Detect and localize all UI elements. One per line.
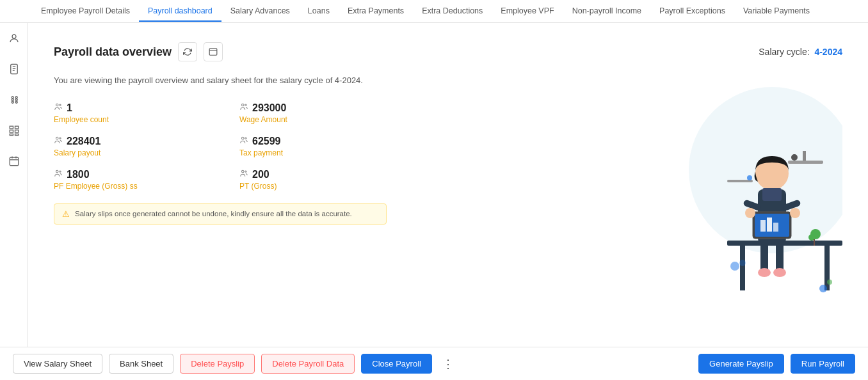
tab-variable-payments[interactable]: Variable Payments <box>734 1 819 22</box>
tab-extra-deductions[interactable]: Extra Deductions <box>413 1 492 22</box>
svg-point-25 <box>242 104 245 106</box>
sidebar-calendar-icon[interactable] <box>5 152 23 170</box>
stat-value: 293000 <box>252 102 286 114</box>
svg-rect-14 <box>15 130 18 132</box>
svg-point-29 <box>242 137 245 139</box>
salary-cycle: Salary cycle: 4-2024 <box>759 47 842 57</box>
employee-count-icon <box>54 102 63 113</box>
stat-item: 228401Salary payout <box>54 136 201 157</box>
view-salary-sheet-button[interactable]: View Salary Sheet <box>13 354 102 374</box>
employee-count-icon <box>239 169 248 180</box>
more-options-button[interactable]: ⋮ <box>438 354 458 374</box>
run-payroll-button[interactable]: Run Payroll <box>791 354 855 374</box>
tab-non-payroll-income[interactable]: Non-payroll Income <box>563 1 650 22</box>
stat-label: Wage Amount <box>239 115 387 124</box>
sidebar-document-icon[interactable] <box>5 60 23 78</box>
svg-rect-41 <box>776 241 784 273</box>
warning-box: ⚠ Salary slips once generated cannot be … <box>54 203 387 225</box>
svg-rect-13 <box>10 130 13 132</box>
tab-extra-payments[interactable]: Extra Payments <box>339 1 413 22</box>
sidebar-chart-icon[interactable] <box>5 91 23 109</box>
svg-rect-48 <box>760 220 766 232</box>
svg-rect-12 <box>15 126 18 129</box>
svg-point-27 <box>56 137 59 139</box>
stats-grid: 1Employee count293000Wage Amount228401Sa… <box>54 102 387 191</box>
employee-count-icon <box>239 136 248 146</box>
svg-rect-45 <box>762 188 782 201</box>
tab-loans[interactable]: Loans <box>299 1 339 22</box>
svg-rect-37 <box>740 246 745 290</box>
svg-rect-62 <box>788 161 823 164</box>
delete-payroll-data-button[interactable]: Delete Payroll Data <box>261 354 355 374</box>
svg-point-31 <box>56 170 59 173</box>
tab-employee-vpf[interactable]: Employee VPF <box>492 1 563 22</box>
main-layout: Payroll data overview Salary cycle: 4-20… <box>0 23 868 347</box>
svg-point-10 <box>15 101 17 103</box>
svg-point-58 <box>730 262 739 271</box>
sidebar-person-icon[interactable] <box>5 29 23 47</box>
svg-rect-50 <box>773 223 778 232</box>
svg-point-7 <box>12 101 13 103</box>
svg-rect-21 <box>209 49 217 56</box>
top-nav: Employee Payroll DetailsPayroll dashboar… <box>0 0 868 23</box>
svg-point-9 <box>15 99 17 101</box>
stat-item: 293000Wage Amount <box>239 102 387 124</box>
stat-value: 1 <box>67 102 72 114</box>
svg-rect-1 <box>10 65 17 74</box>
svg-rect-11 <box>10 126 13 129</box>
stat-value: 228401 <box>67 136 100 147</box>
svg-point-61 <box>827 280 832 285</box>
stat-value: 62599 <box>252 136 281 147</box>
sidebar-grid-icon[interactable] <box>5 122 23 139</box>
stat-item: 1800PF Employee (Gross) ss <box>54 169 201 191</box>
stat-label: PT (Gross) <box>239 182 387 191</box>
main-content: Payroll data overview Salary cycle: 4-20… <box>28 23 868 347</box>
stat-label: Employee count <box>54 115 201 124</box>
stat-label: Salary payout <box>54 148 201 157</box>
overview-title-group: Payroll data overview <box>54 42 223 61</box>
svg-rect-16 <box>15 134 18 135</box>
stat-label: Tax payment <box>239 148 387 157</box>
tab-employee-payroll-details[interactable]: Employee Payroll Details <box>32 1 139 22</box>
svg-point-66 <box>747 175 752 180</box>
svg-point-5 <box>12 97 13 99</box>
svg-point-54 <box>790 208 800 218</box>
sidebar <box>0 23 28 347</box>
svg-point-24 <box>60 104 61 106</box>
stat-value: 200 <box>252 169 269 180</box>
svg-point-8 <box>15 97 17 99</box>
employee-count-icon <box>54 136 63 146</box>
tab-salary-advances[interactable]: Salary Advances <box>221 1 299 22</box>
svg-point-59 <box>739 260 746 266</box>
employee-count-icon <box>54 169 63 180</box>
svg-point-0 <box>12 35 16 38</box>
salary-cycle-label: Salary cycle: <box>759 47 809 57</box>
generate-payslip-button[interactable]: Generate Payslip <box>698 354 784 374</box>
warning-icon: ⚠ <box>62 209 70 219</box>
bank-sheet-button[interactable]: Bank Sheet <box>109 354 173 374</box>
svg-point-6 <box>12 99 13 101</box>
tab-payroll-dashboard[interactable]: Payroll dashboard <box>139 1 221 22</box>
stat-value: 1800 <box>67 169 90 180</box>
svg-point-30 <box>245 138 246 139</box>
svg-point-60 <box>819 285 827 292</box>
svg-rect-49 <box>767 218 772 232</box>
delete-payslip-button[interactable]: Delete Payslip <box>180 354 255 374</box>
close-payroll-button[interactable]: Close Payroll <box>361 354 432 374</box>
svg-rect-17 <box>10 157 19 166</box>
svg-rect-40 <box>760 241 768 273</box>
refresh-button[interactable] <box>178 42 197 61</box>
illustration <box>689 61 842 305</box>
svg-point-23 <box>56 104 59 106</box>
svg-point-32 <box>60 171 61 172</box>
svg-point-28 <box>60 138 61 139</box>
svg-point-33 <box>242 170 245 173</box>
salary-cycle-value[interactable]: 4-2024 <box>814 47 842 57</box>
svg-point-53 <box>745 208 755 218</box>
tab-payroll-exceptions[interactable]: Payroll Exceptions <box>650 1 734 22</box>
stat-item: 62599Tax payment <box>239 136 387 157</box>
overview-title: Payroll data overview <box>54 45 172 59</box>
bottom-bar: View Salary Sheet Bank Sheet Delete Pays… <box>0 347 868 380</box>
tablet-view-button[interactable] <box>204 42 223 61</box>
overview-description: You are viewing the payroll overview and… <box>54 74 387 87</box>
